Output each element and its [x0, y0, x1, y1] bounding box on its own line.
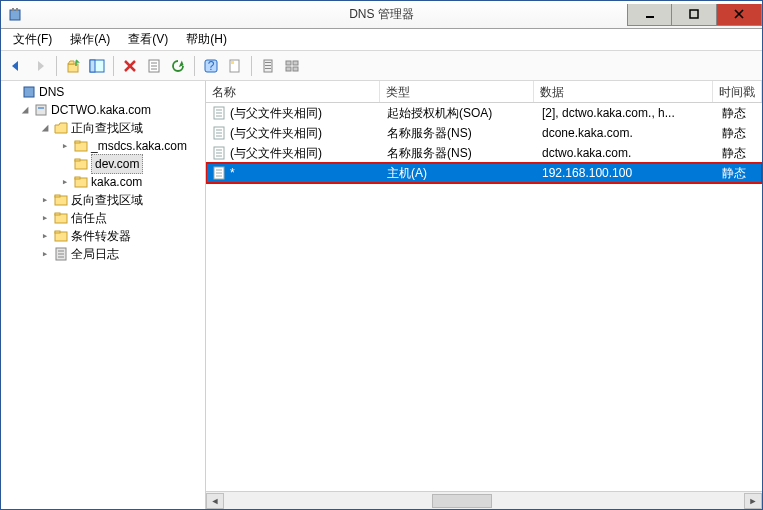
folder-open-icon [53, 120, 69, 136]
maximize-button[interactable] [672, 4, 717, 26]
menu-file[interactable]: 文件(F) [5, 29, 60, 50]
scroll-thumb[interactable] [432, 494, 492, 508]
cell-timestamp: 静态 [716, 145, 762, 162]
twisty-icon[interactable]: ▸ [39, 245, 51, 263]
tree-trust-points[interactable]: ▸ 信任点 [1, 209, 205, 227]
record-row[interactable]: *主机(A)192.168.100.100静态 [206, 163, 762, 183]
tree-label: 反向查找区域 [71, 191, 143, 209]
tree-zone-dev[interactable]: ▸ dev.com [1, 155, 205, 173]
horizontal-scrollbar[interactable]: ◄ ► [206, 491, 762, 509]
svg-rect-4 [690, 10, 698, 18]
column-name[interactable]: 名称 [206, 81, 380, 102]
svg-rect-36 [75, 177, 80, 179]
toolbar-separator [113, 56, 114, 76]
list-header: 名称 类型 数据 时间戳 [206, 81, 762, 103]
svg-rect-1 [12, 8, 14, 11]
new-record-button[interactable] [224, 55, 246, 77]
svg-rect-19 [231, 61, 234, 64]
tree-label: DCTWO.kaka.com [51, 101, 151, 119]
cell-data: dcone.kaka.com. [536, 126, 716, 140]
twisty-icon[interactable]: ▸ [39, 191, 51, 209]
twisty-icon[interactable]: ◢ [39, 119, 51, 137]
column-data[interactable]: 数据 [534, 81, 713, 102]
menu-help[interactable]: 帮助(H) [178, 29, 235, 50]
svg-rect-42 [55, 231, 60, 233]
toolbar-separator [251, 56, 252, 76]
tree-server[interactable]: ◢ DCTWO.kaka.com [1, 101, 205, 119]
twisty-icon[interactable]: ▸ [59, 173, 71, 191]
column-type[interactable]: 类型 [380, 81, 534, 102]
show-hide-tree-button[interactable] [86, 55, 108, 77]
list-pane: 名称 类型 数据 时间戳 (与父文件夹相同)起始授权机构(SOA)[2], dc… [206, 81, 762, 509]
tree-label: kaka.com [91, 173, 142, 191]
toolbar-separator [56, 56, 57, 76]
app-icon [7, 7, 23, 23]
cell-name: * [230, 166, 235, 180]
menu-action[interactable]: 操作(A) [62, 29, 118, 50]
twisty-icon[interactable]: ▸ [39, 209, 51, 227]
titlebar: DNS 管理器 [1, 1, 762, 29]
svg-rect-27 [293, 67, 298, 71]
svg-rect-28 [24, 87, 34, 97]
cell-type: 名称服务器(NS) [381, 125, 536, 142]
column-timestamp[interactable]: 时间戳 [713, 81, 762, 102]
tree-label: DNS [39, 83, 64, 101]
cell-timestamp: 静态 [716, 125, 762, 142]
cell-timestamp: 静态 [716, 105, 762, 122]
zone-icon [73, 156, 89, 172]
list-view-button[interactable] [281, 55, 303, 77]
twisty-icon[interactable]: ▸ [39, 227, 51, 245]
tree-conditional-forwarders[interactable]: ▸ 条件转发器 [1, 227, 205, 245]
back-button[interactable] [5, 55, 27, 77]
tree-root-dns[interactable]: ▸ DNS [1, 83, 205, 101]
svg-rect-22 [265, 65, 271, 66]
close-button[interactable] [717, 4, 762, 26]
record-row[interactable]: (与父文件夹相同)起始授权机构(SOA)[2], dctwo.kaka.com.… [206, 103, 762, 123]
tree-label: 信任点 [71, 209, 107, 227]
list-body[interactable]: (与父文件夹相同)起始授权机构(SOA)[2], dctwo.kaka.com.… [206, 103, 762, 491]
twisty-icon[interactable]: ▸ [59, 137, 71, 155]
zone-icon [73, 174, 89, 190]
scroll-left-button[interactable]: ◄ [206, 493, 224, 509]
svg-rect-30 [38, 107, 44, 109]
svg-rect-25 [293, 61, 298, 65]
record-row[interactable]: (与父文件夹相同)名称服务器(NS)dcone.kaka.com.静态 [206, 123, 762, 143]
filter-button[interactable] [257, 55, 279, 77]
menubar: 文件(F) 操作(A) 查看(V) 帮助(H) [1, 29, 762, 51]
tree-forward-zones[interactable]: ◢ 正向查找区域 [1, 119, 205, 137]
cell-name: (与父文件夹相同) [230, 105, 322, 122]
tree-global-logs[interactable]: ▸ 全局日志 [1, 245, 205, 263]
svg-rect-38 [55, 195, 60, 197]
svg-rect-29 [36, 105, 46, 115]
scroll-track[interactable] [224, 493, 744, 509]
up-button[interactable] [62, 55, 84, 77]
svg-rect-34 [75, 159, 80, 161]
record-icon [212, 166, 226, 180]
svg-rect-0 [10, 10, 20, 20]
log-icon [53, 246, 69, 262]
tree-zone-kaka[interactable]: ▸ kaka.com [1, 173, 205, 191]
record-icon [212, 146, 226, 160]
tree-zone-msdcs[interactable]: ▸ _msdcs.kaka.com [1, 137, 205, 155]
svg-rect-40 [55, 213, 60, 215]
tree-reverse-zones[interactable]: ▸ 反向查找区域 [1, 191, 205, 209]
minimize-button[interactable] [627, 4, 672, 26]
scroll-right-button[interactable]: ► [744, 493, 762, 509]
svg-rect-2 [16, 8, 18, 11]
delete-button[interactable] [119, 55, 141, 77]
svg-rect-32 [75, 141, 80, 143]
window-controls [627, 4, 762, 26]
properties-button[interactable] [143, 55, 165, 77]
twisty-icon[interactable]: ◢ [19, 101, 31, 119]
tree-pane[interactable]: ▸ DNS ◢ DCTWO.kaka.com ◢ 正向查找区域 ▸ _msdcs… [1, 81, 206, 509]
folder-icon [53, 228, 69, 244]
cell-timestamp: 静态 [716, 165, 762, 182]
forward-button [29, 55, 51, 77]
help-button[interactable]: ? [200, 55, 222, 77]
dns-root-icon [21, 84, 37, 100]
svg-rect-9 [90, 60, 95, 72]
refresh-button[interactable] [167, 55, 189, 77]
tree-label: 条件转发器 [71, 227, 131, 245]
record-row[interactable]: (与父文件夹相同)名称服务器(NS)dctwo.kaka.com.静态 [206, 143, 762, 163]
menu-view[interactable]: 查看(V) [120, 29, 176, 50]
